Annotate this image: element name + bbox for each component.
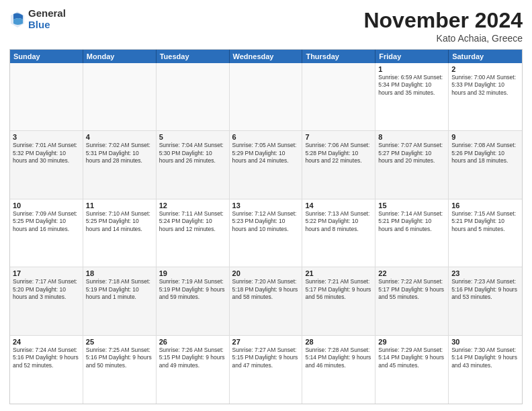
- day-number: 8: [378, 133, 445, 141]
- cal-cell-3-5: 22Sunrise: 7:22 AM Sunset: 5:17 PM Dayli…: [375, 267, 449, 334]
- day-number: 26: [159, 338, 226, 346]
- cell-content: Sunrise: 7:00 AM Sunset: 5:33 PM Dayligh…: [451, 74, 519, 97]
- day-number: 30: [451, 338, 519, 346]
- day-number: 5: [159, 133, 226, 141]
- cell-content: Sunrise: 7:09 AM Sunset: 5:25 PM Dayligh…: [13, 210, 80, 233]
- cal-cell-1-0: 3Sunrise: 7:01 AM Sunset: 5:32 PM Daylig…: [10, 131, 83, 198]
- cal-cell-3-4: 21Sunrise: 7:21 AM Sunset: 5:17 PM Dayli…: [302, 267, 375, 334]
- logo: General Blue: [9, 8, 66, 30]
- page: General Blue November 2024 Kato Achaia, …: [0, 0, 532, 411]
- day-number: 13: [232, 201, 300, 210]
- cell-content: Sunrise: 7:01 AM Sunset: 5:32 PM Dayligh…: [13, 142, 80, 165]
- cal-cell-0-1: [83, 63, 157, 130]
- cell-content: Sunrise: 7:28 AM Sunset: 5:14 PM Dayligh…: [305, 347, 372, 369]
- cell-content: Sunrise: 7:29 AM Sunset: 5:14 PM Dayligh…: [378, 347, 445, 369]
- cal-cell-4-6: 30Sunrise: 7:30 AM Sunset: 5:14 PM Dayli…: [449, 336, 522, 404]
- cal-cell-3-3: 20Sunrise: 7:20 AM Sunset: 5:18 PM Dayli…: [230, 267, 303, 334]
- cal-cell-0-0: [10, 63, 83, 130]
- day-number: 24: [13, 338, 80, 346]
- cell-content: Sunrise: 7:22 AM Sunset: 5:17 PM Dayligh…: [378, 278, 445, 301]
- cell-content: Sunrise: 7:15 AM Sunset: 5:21 PM Dayligh…: [451, 210, 519, 233]
- calendar-body: 1Sunrise: 6:59 AM Sunset: 5:34 PM Daylig…: [10, 63, 522, 404]
- cell-content: Sunrise: 7:18 AM Sunset: 5:19 PM Dayligh…: [86, 278, 153, 301]
- title-area: November 2024 Kato Achaia, Greece: [363, 8, 523, 44]
- cal-cell-1-4: 7Sunrise: 7:06 AM Sunset: 5:28 PM Daylig…: [302, 131, 375, 198]
- day-number: 29: [378, 338, 445, 346]
- cell-content: Sunrise: 7:14 AM Sunset: 5:21 PM Dayligh…: [378, 210, 445, 233]
- day-number: 22: [378, 269, 445, 277]
- cal-cell-4-5: 29Sunrise: 7:29 AM Sunset: 5:14 PM Dayli…: [375, 336, 449, 404]
- day-number: 1: [378, 65, 445, 73]
- day-number: 10: [13, 201, 80, 210]
- cell-content: Sunrise: 7:25 AM Sunset: 5:16 PM Dayligh…: [86, 347, 153, 369]
- cal-cell-4-4: 28Sunrise: 7:28 AM Sunset: 5:14 PM Dayli…: [302, 336, 375, 404]
- cell-content: Sunrise: 7:12 AM Sunset: 5:23 PM Dayligh…: [232, 210, 300, 233]
- header-sunday: Sunday: [10, 50, 83, 63]
- day-number: 11: [86, 201, 153, 210]
- header-tuesday: Tuesday: [157, 50, 230, 63]
- cal-cell-0-4: [302, 63, 375, 130]
- cell-content: Sunrise: 7:13 AM Sunset: 5:22 PM Dayligh…: [305, 210, 372, 233]
- day-number: 4: [86, 133, 153, 141]
- day-number: 27: [232, 338, 300, 346]
- cal-cell-0-2: [157, 63, 230, 130]
- day-number: 7: [305, 133, 372, 141]
- cal-cell-2-4: 14Sunrise: 7:13 AM Sunset: 5:22 PM Dayli…: [302, 199, 375, 267]
- cell-content: Sunrise: 7:04 AM Sunset: 5:30 PM Dayligh…: [159, 142, 226, 165]
- logo-icon: [9, 10, 26, 29]
- day-number: 2: [451, 65, 519, 73]
- cal-cell-4-3: 27Sunrise: 7:27 AM Sunset: 5:15 PM Dayli…: [230, 336, 303, 404]
- cell-content: Sunrise: 7:19 AM Sunset: 5:19 PM Dayligh…: [159, 278, 226, 301]
- day-number: 6: [232, 133, 300, 141]
- cal-cell-3-6: 23Sunrise: 7:23 AM Sunset: 5:16 PM Dayli…: [449, 267, 522, 334]
- day-number: 17: [13, 269, 80, 277]
- logo-blue-text: Blue: [28, 19, 66, 31]
- cal-cell-1-6: 9Sunrise: 7:08 AM Sunset: 5:26 PM Daylig…: [449, 131, 522, 198]
- month-title: November 2024: [363, 8, 523, 33]
- cell-content: Sunrise: 7:05 AM Sunset: 5:29 PM Dayligh…: [232, 142, 300, 165]
- day-number: 20: [232, 269, 300, 277]
- logo-text: General Blue: [28, 8, 66, 30]
- cal-week-0: 1Sunrise: 6:59 AM Sunset: 5:34 PM Daylig…: [10, 63, 522, 131]
- day-number: 16: [451, 201, 519, 210]
- cal-cell-1-2: 5Sunrise: 7:04 AM Sunset: 5:30 PM Daylig…: [157, 131, 230, 198]
- day-number: 18: [86, 269, 153, 277]
- location: Kato Achaia, Greece: [363, 33, 523, 44]
- day-number: 25: [86, 338, 153, 346]
- cal-cell-0-6: 2Sunrise: 7:00 AM Sunset: 5:33 PM Daylig…: [449, 63, 522, 130]
- cell-content: Sunrise: 7:07 AM Sunset: 5:27 PM Dayligh…: [378, 142, 445, 165]
- header-monday: Monday: [83, 50, 157, 63]
- day-number: 23: [451, 269, 519, 277]
- cell-content: Sunrise: 7:23 AM Sunset: 5:16 PM Dayligh…: [451, 278, 519, 301]
- cal-cell-1-5: 8Sunrise: 7:07 AM Sunset: 5:27 PM Daylig…: [375, 131, 449, 198]
- cell-content: Sunrise: 7:24 AM Sunset: 5:16 PM Dayligh…: [13, 347, 80, 369]
- cal-cell-4-1: 25Sunrise: 7:25 AM Sunset: 5:16 PM Dayli…: [83, 336, 157, 404]
- calendar-header: Sunday Monday Tuesday Wednesday Thursday…: [10, 50, 522, 63]
- header-thursday: Thursday: [302, 50, 375, 63]
- cal-week-3: 17Sunrise: 7:17 AM Sunset: 5:20 PM Dayli…: [10, 267, 522, 335]
- cal-cell-1-3: 6Sunrise: 7:05 AM Sunset: 5:29 PM Daylig…: [230, 131, 303, 198]
- cell-content: Sunrise: 7:17 AM Sunset: 5:20 PM Dayligh…: [13, 278, 80, 301]
- cal-week-1: 3Sunrise: 7:01 AM Sunset: 5:32 PM Daylig…: [10, 131, 522, 199]
- day-number: 9: [451, 133, 519, 141]
- cell-content: Sunrise: 7:10 AM Sunset: 5:25 PM Dayligh…: [86, 210, 153, 233]
- cal-cell-3-0: 17Sunrise: 7:17 AM Sunset: 5:20 PM Dayli…: [10, 267, 83, 334]
- header-saturday: Saturday: [449, 50, 522, 63]
- logo-general-text: General: [28, 8, 66, 19]
- cal-cell-2-6: 16Sunrise: 7:15 AM Sunset: 5:21 PM Dayli…: [449, 199, 522, 267]
- cal-cell-2-5: 15Sunrise: 7:14 AM Sunset: 5:21 PM Dayli…: [375, 199, 449, 267]
- cell-content: Sunrise: 7:20 AM Sunset: 5:18 PM Dayligh…: [232, 278, 300, 301]
- day-number: 15: [378, 201, 445, 210]
- cal-cell-2-1: 11Sunrise: 7:10 AM Sunset: 5:25 PM Dayli…: [83, 199, 157, 267]
- cal-cell-1-1: 4Sunrise: 7:02 AM Sunset: 5:31 PM Daylig…: [83, 131, 157, 198]
- header-friday: Friday: [375, 50, 449, 63]
- cell-content: Sunrise: 7:02 AM Sunset: 5:31 PM Dayligh…: [86, 142, 153, 165]
- cell-content: Sunrise: 7:30 AM Sunset: 5:14 PM Dayligh…: [451, 347, 519, 369]
- day-number: 3: [13, 133, 80, 141]
- cal-week-4: 24Sunrise: 7:24 AM Sunset: 5:16 PM Dayli…: [10, 336, 522, 404]
- day-number: 12: [159, 201, 226, 210]
- cell-content: Sunrise: 7:11 AM Sunset: 5:24 PM Dayligh…: [159, 210, 226, 233]
- cell-content: Sunrise: 7:26 AM Sunset: 5:15 PM Dayligh…: [159, 347, 226, 369]
- header-wednesday: Wednesday: [230, 50, 303, 63]
- cell-content: Sunrise: 7:27 AM Sunset: 5:15 PM Dayligh…: [232, 347, 300, 369]
